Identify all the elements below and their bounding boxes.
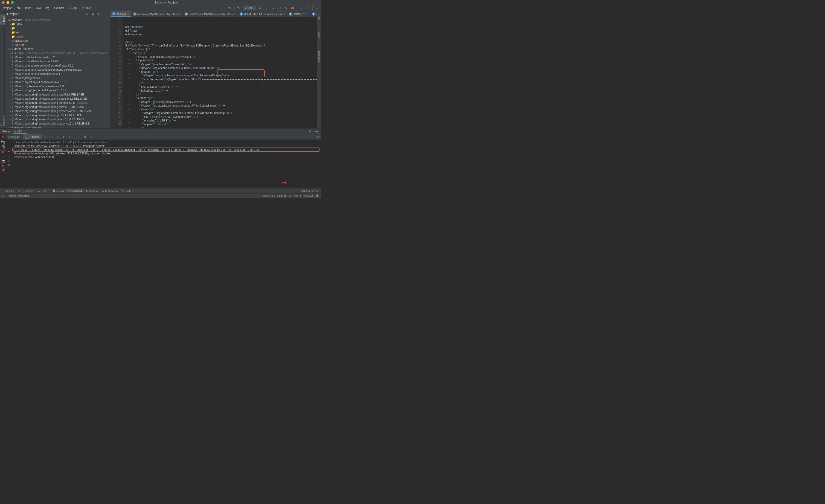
editor-gutter[interactable]: 14151617▶18▶1920212223242526272829303132… xyxy=(110,17,123,129)
clear-icon[interactable]: 🗑 xyxy=(8,164,10,167)
tree-item[interactable]: ▸🗂Scratches and Consoles xyxy=(5,125,110,129)
hide-icon[interactable]: — xyxy=(103,11,108,17)
tool-tab-structure[interactable]: 7: Structure xyxy=(0,114,5,128)
tab-debug[interactable]: 🐞 5: Debug xyxy=(66,189,84,192)
breadcrumb[interactable]: fastjson› src› main› java› org› example›… xyxy=(2,6,227,10)
tree-item[interactable]: ▸🗄Maven: org.hamcrest:hamcrest-core:1.3 xyxy=(5,84,110,88)
tree-item[interactable]: ▾▣fastjson~/d4m1ts/java/fastjson xyxy=(5,18,110,22)
search-everywhere-icon[interactable]: ⌕ xyxy=(314,6,319,11)
settings2-icon[interactable]: ⚙ xyxy=(2,164,4,167)
crumb-6[interactable]: Ⓒ App xyxy=(68,6,78,10)
editor-tab[interactable]: CJDBC4Connection.class× xyxy=(310,11,317,17)
tree-item[interactable]: ▸🗄Maven: org.projectlombok:lombok:1.16.1… xyxy=(5,88,110,92)
editor-tab[interactable]: CJSON.java× xyxy=(287,11,310,17)
tree-item[interactable]: ▸📁.idea xyxy=(5,22,110,26)
attach-button[interactable]: ⇲ xyxy=(284,6,289,11)
run-configuration-dropdown[interactable]: ◉ App ▾ xyxy=(243,6,256,10)
tree-item[interactable]: ▸🗄Maven: commons-collections:commons-col… xyxy=(5,68,110,72)
pin-icon[interactable]: 📌 xyxy=(1,169,5,172)
tool-tab-project[interactable]: 1: Project xyxy=(0,14,5,25)
tree-item[interactable]: ▸🗄Maven: org.springframework:spring-web:… xyxy=(5,117,110,121)
run-to-cursor-icon[interactable]: →⎮ xyxy=(73,135,78,139)
tree-item[interactable]: ⓜpom.xml xyxy=(5,43,110,47)
back-icon[interactable]: ↖ xyxy=(227,6,232,11)
tree-item[interactable]: ▸🗄Maven: org.springframework:spring-aop:… xyxy=(5,92,110,97)
tool-tab-favorites[interactable]: 2: Favorites xyxy=(0,139,5,152)
maximize-window-icon[interactable] xyxy=(11,1,14,4)
tree-item[interactable]: ▸🗄Maven: cn.hutool:hutool-all:5.5.2 xyxy=(5,55,110,59)
crumb-3[interactable]: java xyxy=(35,6,42,10)
tool-tab-maven[interactable]: Maven xyxy=(317,30,321,40)
editor-tab[interactable]: CApp.java× xyxy=(110,11,132,17)
tree-item[interactable]: ▸🗄Maven: com.google.protobuf:protobuf-ja… xyxy=(5,64,110,68)
force-step-into-icon[interactable]: ⤓ xyxy=(61,135,66,139)
print-icon[interactable]: 🖨 xyxy=(8,159,10,162)
tree-item[interactable]: ▸🗄Maven: org.springframework:spring-bean… xyxy=(5,97,110,101)
trace-icon[interactable]: ☷ xyxy=(89,135,93,139)
tab-problems[interactable]: ⚠ 6: Problems xyxy=(16,189,36,192)
debug-settings-icon[interactable]: ⚙ xyxy=(307,129,313,134)
step-out-icon[interactable]: ↑ xyxy=(67,135,72,139)
debug-hide-icon[interactable]: — xyxy=(314,129,319,134)
crumb-1[interactable]: src xyxy=(16,6,21,10)
editor-tab[interactable]: CLoadBalancedMySQLConnection.class× xyxy=(183,11,238,17)
build-icon[interactable]: 🔨 xyxy=(236,6,241,11)
tree-item[interactable]: ▸🗄Maven: org.springframework:spring-webm… xyxy=(5,121,110,125)
debug-button[interactable]: 🐞 xyxy=(264,6,269,11)
tree-item[interactable]: ▾🗂External Libraries xyxy=(5,47,110,51)
sub-tab-debugger[interactable]: Debugger xyxy=(6,135,23,140)
layout-icon[interactable]: ☐ xyxy=(315,135,320,140)
select-opened-file-icon[interactable]: ⊕ xyxy=(84,11,89,17)
tab-todo[interactable]: ☰ TODO xyxy=(36,189,51,192)
status-encoding[interactable]: UTF-8 xyxy=(294,194,301,197)
tool-tab-database[interactable]: Database xyxy=(317,50,321,63)
stop-button[interactable] xyxy=(290,6,295,11)
scroll-up-icon[interactable]: ↑ xyxy=(8,141,10,144)
tree-item[interactable]: ▸🗄Maven: junit:junit:4.11 xyxy=(5,76,110,80)
step-over-icon[interactable]: ↷ xyxy=(49,135,54,139)
crumb-0[interactable]: fastjson xyxy=(2,6,13,10)
coverage-button[interactable]: ⛉ xyxy=(271,6,276,11)
evaluate-icon[interactable]: ▦ xyxy=(83,135,87,139)
step-into-icon[interactable]: ↓ xyxy=(55,135,60,139)
tool-tab-ant[interactable]: Ant xyxy=(317,14,321,21)
vcs-commit-icon[interactable]: ☑ xyxy=(305,6,310,11)
tree-item[interactable]: ▸🗄Maven: org.springframework:spring-cont… xyxy=(5,101,110,105)
tab-services[interactable]: ☲ 8: Services xyxy=(100,189,120,192)
project-tree[interactable]: ▾▣fastjson~/d4m1ts/java/fastjson▸📁.idea▸… xyxy=(5,17,110,129)
tab-build[interactable]: 🔨 Build xyxy=(120,189,133,192)
scroll-end-icon[interactable]: ⤓ xyxy=(8,154,10,158)
tree-item[interactable]: ▸🗄Maven: org.springframework:spring-core… xyxy=(5,105,110,109)
rerun-icon[interactable]: 🐞 xyxy=(1,135,5,138)
scroll-down-icon[interactable]: ↓ xyxy=(8,145,10,149)
status-line-ending[interactable]: LF xyxy=(289,194,292,197)
tab-find[interactable]: ⌕ 3: Find xyxy=(2,190,16,192)
crumb-4[interactable]: org xyxy=(45,6,50,10)
debug-session-tab[interactable]: ◉ App × xyxy=(13,129,27,134)
mute-breakpoints-icon[interactable]: ⊘ xyxy=(2,155,4,158)
status-caret[interactable]: 28:8285 xyxy=(277,194,286,197)
close-window-icon[interactable] xyxy=(2,1,5,4)
crumb-2[interactable]: main xyxy=(24,6,32,10)
sub-tab-console[interactable]: 📺 Console xyxy=(23,135,42,140)
crumb-5[interactable]: example xyxy=(53,6,65,10)
editor-tab[interactable]: CReplicationMySQLConnection.class× xyxy=(132,11,183,17)
profile-button[interactable]: ◔ xyxy=(277,6,282,11)
camera-icon[interactable]: 📷 xyxy=(1,160,5,163)
editor-tab[interactable]: CMultiHostMySQLConnection.class× xyxy=(238,11,287,17)
expand-all-icon[interactable]: ⇆ xyxy=(90,11,95,17)
vcs-update-icon[interactable]: ⟳ xyxy=(299,6,304,11)
crumb-7[interactable]: ⓜ main xyxy=(81,6,92,10)
tree-item[interactable]: ▸🗄Maven: com.alibaba:fastjson:1.2.68 xyxy=(5,59,110,64)
tree-item[interactable]: ▸🗄Maven: commons-io:commons-io:2.4 xyxy=(5,72,110,76)
soft-wrap-icon[interactable]: ↩ xyxy=(8,150,10,153)
tree-item[interactable]: ▸🗄Maven: mysql:mysql-connector-java:8.0.… xyxy=(5,80,110,84)
status-lock-icon[interactable]: 🔓 xyxy=(316,194,319,197)
console-output[interactable]: /Library/Java/JavaVirtualMachines/jdk1.8… xyxy=(12,140,321,188)
tree-item[interactable]: ▤fastjson.iml xyxy=(5,39,110,43)
minimize-window-icon[interactable] xyxy=(6,1,9,4)
step-icon[interactable]: ☰ xyxy=(43,135,48,139)
tree-item[interactable]: ▸📁src xyxy=(5,30,110,34)
tree-item[interactable]: ▸🗄< 1.8 >/Library/Java/JavaVirtualMachin… xyxy=(5,51,110,55)
code-editor[interactable]: 14151617▶18▶1920212223242526272829303132… xyxy=(110,17,317,129)
